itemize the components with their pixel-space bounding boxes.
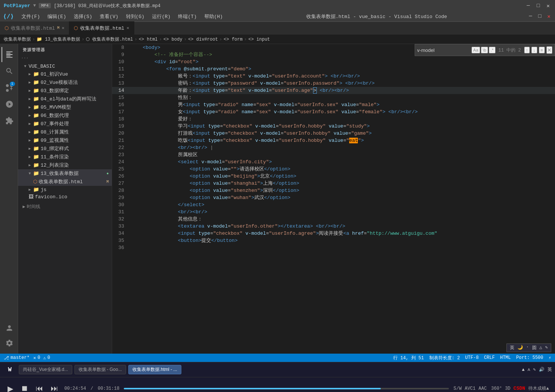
menu-terminal[interactable]: 终端(T) <box>175 12 199 21</box>
play-button[interactable]: ▶ <box>6 383 15 392</box>
activity-search[interactable] <box>2 64 17 79</box>
sidebar-file-html[interactable]: ⬡ 收集表单数据.html M <box>18 178 112 186</box>
sidebar-item-04[interactable]: ▶ 📁 04_el与data的两种写法 <box>18 95 112 103</box>
sidebar-root[interactable]: ▼ VUE_BASIC <box>18 63 112 70</box>
win-minimize-icon[interactable]: ─ <box>528 13 534 20</box>
stop-button[interactable]: ⏹ <box>19 383 30 392</box>
title-bar-left: PotPlayer ▼ MP4 [38/168] 038_尚硅谷Vue技术_收集… <box>4 3 160 9</box>
sidebar-item-11[interactable]: ▶ 📁 11_条件渲染 <box>18 153 112 161</box>
breadcrumb-item-4[interactable]: <> body <box>163 37 182 42</box>
search-input[interactable] <box>417 47 470 53</box>
next-button[interactable]: ⏭ <box>49 383 60 392</box>
activity-bottom <box>2 321 17 351</box>
search-case-btn[interactable]: Aa <box>471 47 480 53</box>
modified-dot: ● <box>106 172 109 176</box>
menu-goto[interactable]: 转到(G) <box>123 12 147 21</box>
prev-button[interactable]: ⏮ <box>34 383 45 392</box>
sidebar-timeline[interactable]: ▶ 时间线 <box>18 201 112 213</box>
activity-source-control[interactable]: 1 <box>2 80 17 95</box>
status-lineending[interactable]: CRLF <box>484 355 495 361</box>
sidebar-item-10[interactable]: ▶ 📁 10_绑定样式 <box>18 144 112 153</box>
breadcrumb-item-2[interactable]: ⬡ 收集表单数据.html <box>86 36 133 43</box>
status-position[interactable]: 行 14, 列 51 <box>393 355 424 361</box>
editor[interactable]: Aa \b .* 11 中的 2 ↑ ↓ ≡ ✕ 8 <body> 9 <!--… <box>112 44 555 354</box>
breadcrumb-item-5[interactable]: <> div#root <box>188 37 218 42</box>
search-wrap-btn[interactable]: ≡ <box>539 47 545 53</box>
player-3d: 3D <box>505 386 510 391</box>
search-word-btn[interactable]: \b <box>481 47 488 53</box>
activity-explorer[interactable] <box>2 47 17 62</box>
sidebar-item-07[interactable]: ▶ 📁 07_事件处理 <box>18 120 112 128</box>
tray-up-icon[interactable]: ▲ <box>522 367 525 372</box>
breadcrumb-item-0[interactable]: 收集表单数据 <box>4 36 31 43</box>
menu-help[interactable]: 帮助(H) <box>201 12 226 21</box>
breadcrumb-item-3[interactable]: <> html <box>139 37 158 42</box>
menu-run[interactable]: 运行(R) <box>149 12 173 21</box>
search-next-btn[interactable]: ↓ <box>531 47 537 53</box>
sidebar-item-03[interactable]: ▶ 📁 03_数据绑定 <box>18 87 112 95</box>
code-line-34: 34 <input type="checkbox" v-model="userI… <box>112 230 555 237</box>
sidebar-item-02[interactable]: ▶ 📁 02_Vue模板语法 <box>18 78 112 87</box>
search-close-btn[interactable]: ✕ <box>546 46 552 54</box>
menu-edit[interactable]: 编辑(E) <box>44 12 69 21</box>
status-branch[interactable]: ⎇ master* <box>4 355 29 361</box>
start-button[interactable]: W <box>3 363 17 377</box>
sidebar-item-01[interactable]: ▶ 📁 01_初识Vue <box>18 70 112 78</box>
status-errors[interactable]: ✕ 0 ⚠ 0 <box>33 355 50 361</box>
code-line-13: 13 密码：<input type="password" v-model="us… <box>112 80 555 87</box>
status-left: ⎇ master* ✕ 0 ⚠ 0 <box>4 355 50 361</box>
taskbar-item-3[interactable]: 收集表单数据.html - ... <box>128 365 181 374</box>
code-line-18: 18 爱好： <box>112 115 555 123</box>
status-feedback[interactable]: ⚡ <box>549 355 551 361</box>
tag-avc1: AVC1 <box>465 386 476 391</box>
sidebar-more: ··· <box>21 56 29 60</box>
status-language[interactable]: HTML <box>500 355 511 361</box>
code-line-23: 23 所属校区 <box>112 151 555 158</box>
win-close-icon[interactable]: ✕ <box>546 13 552 20</box>
sidebar-item-12[interactable]: ▶ 📁 12_列表渲染 <box>18 161 112 169</box>
sidebar-item-13[interactable]: ▼ 📁 13_收集表单数据 ● <box>18 169 112 178</box>
file-modified: M <box>106 180 109 184</box>
sidebar-item-08[interactable]: ▶ 📁 08_计算属性 <box>18 128 112 136</box>
status-encoding[interactable]: UTF-8 <box>465 355 479 361</box>
maximize-icon[interactable]: □ <box>535 3 541 9</box>
code-line-11: 11 <form @submit.prevent="demo"> <box>112 65 555 73</box>
sidebar-item-09[interactable]: ▶ 📁 09_监视属性 <box>18 136 112 144</box>
sidebar-item-05[interactable]: ▶ 📁 05_MVVM模型 <box>18 103 112 111</box>
activity-settings[interactable] <box>2 336 17 351</box>
breadcrumb-item-1[interactable]: 📁 13_收集表单数据 <box>36 36 80 43</box>
taskbar-item-1[interactable]: 尚硅谷_Vue全家桶.d... <box>19 365 72 374</box>
status-port[interactable]: Port: 5500 <box>516 355 543 361</box>
minimize-icon[interactable]: ─ <box>525 3 531 9</box>
breadcrumb-item-7[interactable]: <> input <box>248 37 270 42</box>
search-regex-btn[interactable]: .* <box>489 47 495 53</box>
breadcrumb-item-6[interactable]: <> form <box>224 37 242 42</box>
error-icon: ✕ <box>33 355 36 361</box>
search-prev-btn[interactable]: ↑ <box>524 47 530 53</box>
menu-select[interactable]: 选择(S) <box>71 12 95 21</box>
ime-dot: · <box>526 345 529 351</box>
tray-lang[interactable]: 英 <box>547 366 552 373</box>
menu-file[interactable]: 文件(F) <box>18 12 43 21</box>
progress-bar[interactable] <box>124 388 449 389</box>
sidebar-item-06[interactable]: ▶ 📁 06_数据代理 <box>18 111 112 120</box>
win-maximize-icon[interactable]: □ <box>537 13 543 20</box>
status-tabsize[interactable]: 制表符长度: 2 <box>429 355 460 361</box>
code-line-12: 12 账号：<input type="text" v-model="userIn… <box>112 73 555 80</box>
sidebar-item-favicon[interactable]: 🖼 favicon.ico <box>18 193 112 201</box>
tag-sw: S/W <box>453 386 462 391</box>
menu-view[interactable]: 查看(V) <box>97 12 121 21</box>
code-line-30: 30 </select> <box>112 201 555 208</box>
tab-2[interactable]: ⬡ 收集表单数据.html ✕ <box>69 21 134 35</box>
activity-account[interactable] <box>2 321 17 336</box>
tab-1-close[interactable]: ✕ <box>62 25 64 31</box>
folder-icon: 📁 <box>33 79 39 85</box>
close-icon[interactable]: ✕ <box>545 3 551 9</box>
taskbar-item-2[interactable]: 收集表单数据 - Goo... <box>75 365 126 374</box>
activity-extensions[interactable] <box>2 113 17 128</box>
tab-1[interactable]: ⬡ 收集表单数据.html M ✕ <box>0 21 69 35</box>
sidebar-item-js[interactable]: ▶ 📁 js <box>18 186 112 193</box>
tray-sound[interactable]: 🔊 <box>539 367 544 372</box>
activity-debug[interactable] <box>2 97 17 112</box>
tab-2-close[interactable]: ✕ <box>126 25 129 31</box>
